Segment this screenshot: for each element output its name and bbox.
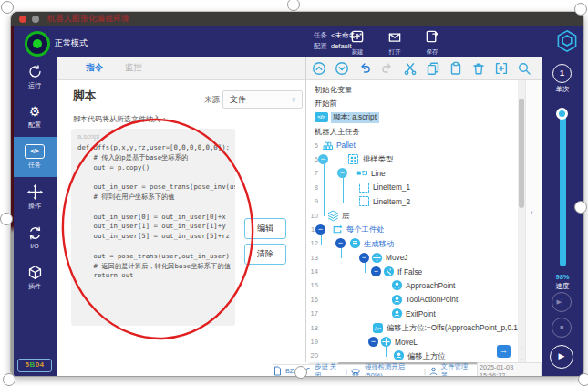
- sidebar-item-config[interactable]: ⚙配置: [13, 97, 57, 137]
- sidebar: 运行⚙配置</>任务操作I/O插件5B04: [13, 57, 57, 376]
- loop-icon: [331, 224, 343, 235]
- selection-handle-top-right[interactable]: [574, 3, 587, 16]
- paste-icon[interactable]: [449, 61, 463, 76]
- collapse-node-icon[interactable]: −: [335, 238, 346, 248]
- speed-slider-knob[interactable]: [556, 108, 568, 120]
- status-step-mode[interactable]: 步进 关闭: [315, 362, 342, 377]
- collapse-node-icon[interactable]: −: [368, 337, 378, 347]
- tree-row[interactable]: 8LineItem_1: [306, 181, 518, 194]
- play-button[interactable]: ▶: [550, 345, 573, 369]
- tree-row-label: Line: [371, 169, 386, 178]
- collapse-node-icon[interactable]: −: [371, 266, 381, 276]
- pallet-icon: [322, 140, 334, 151]
- panel-title: 脚本: [73, 89, 96, 104]
- expand-all-icon[interactable]: [335, 61, 349, 76]
- redo-icon[interactable]: [380, 61, 395, 76]
- tree-row[interactable]: 4机器人主任务: [306, 124, 518, 138]
- tab-monitor[interactable]: 监控: [125, 62, 142, 74]
- close-window-button[interactable]: [19, 16, 26, 23]
- new-button[interactable]: 新建: [350, 29, 365, 57]
- tree-row[interactable]: 11−每个工件处: [306, 223, 518, 236]
- tree-row[interactable]: 19−MoveL: [306, 335, 518, 349]
- collapse-node-icon[interactable]: −: [359, 253, 369, 263]
- line-number: 17: [307, 309, 318, 318]
- collapse-node-icon[interactable]: −: [337, 168, 347, 178]
- goto-current-line-button[interactable]: →: [497, 345, 511, 358]
- tree-row[interactable]: 2开始前: [306, 96, 518, 110]
- save-button[interactable]: 保存: [425, 29, 439, 57]
- run-icon: [27, 64, 43, 79]
- collapse-node-icon[interactable]: −: [315, 224, 325, 235]
- mode-indicator-icon[interactable]: [25, 31, 50, 57]
- sidebar-item-operate[interactable]: 操作: [13, 177, 57, 217]
- tree-row[interactable]: 14−If False: [306, 265, 518, 278]
- status-collision[interactable]: 碰撞检测开启(50%): [365, 362, 420, 376]
- line-number: 9: [307, 197, 318, 205]
- tab-command[interactable]: 指令: [86, 62, 103, 74]
- line-number: 6: [307, 155, 318, 163]
- tree-row[interactable]: 18A=偏移上方位:=Offs(ApproachPoint_p,0.1,0.1,: [306, 321, 518, 335]
- tree-row[interactable]: 20偏移上方位: [306, 349, 518, 362]
- tree-row[interactable]: 10层: [306, 209, 518, 223]
- tree-row-label: 偏移上方位:=Offs(ApproachPoint_p,0.1,0.1,: [387, 323, 518, 333]
- tree-row[interactable]: 12−生成移动: [306, 236, 518, 250]
- copy-icon[interactable]: [426, 61, 440, 76]
- clear-button[interactable]: 清除: [244, 244, 286, 265]
- delete-icon[interactable]: [471, 61, 486, 76]
- selection-handle-bottom-right[interactable]: [578, 373, 588, 386]
- sidebar-item-label: 插件: [28, 282, 41, 291]
- collapse-all-icon[interactable]: [312, 61, 326, 76]
- selection-handle-bottom-center[interactable]: [294, 366, 307, 379]
- sidebar-item-plugin[interactable]: 插件: [13, 257, 57, 297]
- minimize-window-button[interactable]: [32, 16, 39, 23]
- tree-row[interactable]: 6−排样类型: [306, 152, 518, 166]
- speed-slider[interactable]: [560, 110, 566, 266]
- open-label: 打开: [389, 48, 401, 57]
- tree-row[interactable]: 16ToolActionPoint: [306, 293, 518, 307]
- edit-button[interactable]: 编辑: [244, 218, 286, 239]
- sidebar-item-task[interactable]: </>任务: [13, 137, 57, 177]
- scroll-up-icon[interactable]: ⌃: [518, 347, 525, 354]
- tree-row[interactable]: 3</>脚本: a.script: [306, 110, 518, 124]
- tree-row[interactable]: 1初始化变量: [306, 82, 518, 96]
- single-run-label: 单次: [542, 85, 583, 94]
- line-number: 16: [307, 296, 318, 304]
- undo-icon[interactable]: [357, 61, 372, 76]
- selection-handle-bottom-left[interactable]: [3, 373, 15, 386]
- source-select[interactable]: 文件 ∨: [222, 90, 303, 109]
- selection-handle-top-left[interactable]: [1, 1, 14, 14]
- script-code-box[interactable]: a.script def Offs(p,x,y,rz,user=[0,0,0,0…: [71, 129, 235, 326]
- tree-vertical-scrollbar[interactable]: ⌃ ⌄: [518, 80, 525, 362]
- sidebar-item-io[interactable]: I/O: [13, 217, 57, 257]
- line-number: 10: [307, 212, 318, 220]
- collapse-panel-icon[interactable]: ‹: [531, 208, 533, 217]
- tree-row[interactable]: 5Pallet: [306, 139, 518, 152]
- selection-handle-top-center[interactable]: [287, 0, 300, 11]
- search-icon[interactable]: [517, 61, 531, 76]
- grid-icon: [347, 153, 359, 165]
- assign-icon: A=: [372, 322, 384, 334]
- stop-button[interactable]: ■: [552, 318, 572, 338]
- tree-row[interactable]: 9LineItem_2: [306, 194, 518, 208]
- status-file-manager[interactable]: 文件管理器: [441, 362, 473, 377]
- selection-handle-middle-left[interactable]: [0, 213, 13, 225]
- step-next-button[interactable]: ▶▏: [552, 292, 572, 312]
- line-number: 19: [307, 338, 318, 346]
- single-run-icon[interactable]: 1: [552, 64, 572, 83]
- tree-row-label: 脚本: a.script: [331, 112, 379, 123]
- tree-row[interactable]: 13−MoveJ: [306, 251, 518, 265]
- line-number: 5: [307, 141, 318, 150]
- tree-row[interactable]: 7−Line: [306, 166, 518, 180]
- insert-icon[interactable]: [494, 61, 509, 76]
- tree-row[interactable]: 17ExitPoint: [306, 307, 518, 320]
- tree-row[interactable]: 15ApproachPoint: [306, 278, 518, 292]
- selection-handle-middle-right[interactable]: [574, 201, 587, 214]
- sidebar-item-run[interactable]: 运行: [13, 57, 57, 97]
- collapse-node-icon[interactable]: −: [318, 154, 328, 164]
- status-timestamp: 2025-01-03 15:56:32: [477, 362, 542, 377]
- open-button[interactable]: 打开: [387, 29, 402, 57]
- new-icon: [350, 29, 365, 47]
- app-window: 机器人图形化编程环境 正常模式 任务<未命名>* 配置default 新建打开保…: [11, 12, 583, 376]
- cut-icon[interactable]: [403, 61, 418, 76]
- scrollbar-thumb[interactable]: [519, 99, 524, 208]
